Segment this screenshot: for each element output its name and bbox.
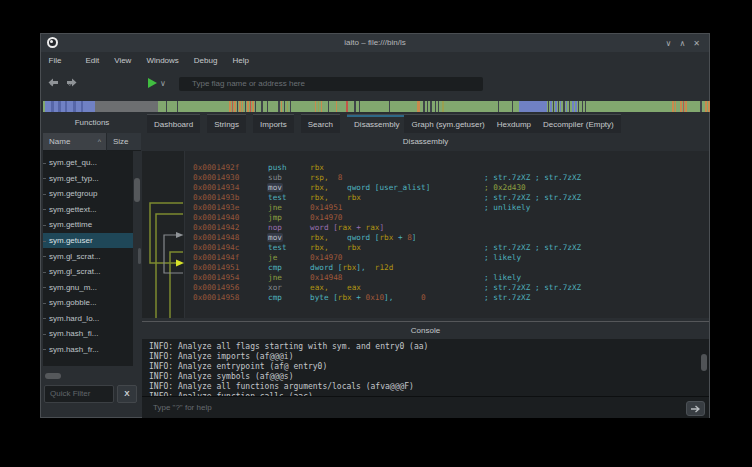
tab-strings[interactable]: Strings <box>207 114 246 133</box>
close-icon[interactable]: ✕ <box>693 39 700 48</box>
memory-map[interactable] <box>43 101 710 112</box>
instruction-comment: ; likely <box>484 273 521 283</box>
tab-hexdump[interactable]: Hexdump <box>490 114 538 133</box>
console-log-line: INFO: Analyze imports (af@@@i) <box>149 352 709 362</box>
console-panel-title: Console <box>142 323 709 339</box>
memory-map-segment <box>553 101 554 112</box>
function-name: sym.gl_scrat... <box>43 267 101 276</box>
menu-help[interactable]: Help <box>225 52 256 69</box>
disassembly-line[interactable]: 0x00014956xoreax, eax; str.7zXZ ; str.7z… <box>185 283 709 293</box>
tab-decompiler-empty[interactable]: Decompiler (Empty) <box>536 114 621 133</box>
panel-splitter[interactable] <box>142 321 709 322</box>
tree-branch-tick <box>43 349 46 350</box>
column-header-size[interactable]: Size <box>106 133 141 151</box>
function-list-item[interactable]: sym.gnu_m... <box>43 279 133 295</box>
tab-disassembly[interactable]: Disassembly <box>347 114 406 133</box>
maximize-icon[interactable]: ∧ <box>679 39 685 48</box>
instruction-mnemonic: nop <box>268 223 282 233</box>
instruction-mnemonic: cmp <box>268 293 282 303</box>
memory-map-segment <box>705 101 707 112</box>
quick-filter-input[interactable]: Quick Filter <box>44 385 114 403</box>
menu-view[interactable]: View <box>107 52 139 69</box>
instruction-mnemonic: cmp <box>268 263 282 273</box>
function-list-item[interactable]: sym.hash_fr... <box>43 342 133 358</box>
memory-map-segment <box>708 101 710 112</box>
function-list-item[interactable]: sym.gl_scrat... <box>43 264 133 280</box>
disassembly-line[interactable]: 0x00014934movrbx, qword [user_alist]; 0x… <box>185 183 709 193</box>
function-list-item[interactable]: sym.gobble... <box>43 295 133 311</box>
function-list-item[interactable]: sym.gettext... <box>43 202 133 218</box>
function-list-item[interactable]: sym.get_qu... <box>43 155 133 171</box>
tab-dashboard[interactable]: Dashboard <box>147 114 200 133</box>
instruction-comment: ; likely <box>484 253 521 263</box>
functions-hscrollbar-thumb[interactable] <box>45 373 61 379</box>
disassembly-line[interactable]: 0x00014954jne0x14948; likely <box>185 273 709 283</box>
function-list-item[interactable]: sym.getuser <box>43 233 133 249</box>
function-list-item[interactable]: sym.get_typ... <box>43 171 133 187</box>
disassembly-line[interactable]: 0x00014958cmpbyte [rbx + 0x10], 0; str.7… <box>185 293 709 303</box>
instruction-address: 0x0001494c <box>193 243 239 253</box>
instruction-operands: rsp, 8 <box>310 173 342 183</box>
flag-search-input[interactable]: Type flag name or address here <box>179 77 483 91</box>
disassembly-line[interactable]: 0x00014940jmp0x14970 <box>185 213 709 223</box>
execute-command-button[interactable] <box>686 401 705 416</box>
memory-map-segment <box>318 101 319 112</box>
minimize-icon[interactable]: ∨ <box>666 39 672 48</box>
disassembly-line[interactable]: 0x00014951cmpdword [rbx], r12d <box>185 263 709 273</box>
disassembly-line[interactable]: 0x0001492fpushrbx <box>185 163 709 173</box>
window-title: iaito – file:///bin/ls <box>41 34 709 52</box>
console-vscrollbar-thumb[interactable] <box>701 354 707 371</box>
functions-list: sym.get_qu...sym.get_typ...sym.getgroups… <box>43 151 133 366</box>
tree-branch-tick <box>43 225 46 226</box>
menu-debug[interactable]: Debug <box>186 52 225 69</box>
memory-map-segment <box>575 101 577 112</box>
tab-graph-sym-getuser[interactable]: Graph (sym.getuser) <box>404 114 491 133</box>
function-list-item[interactable]: sym.gettime <box>43 217 133 233</box>
function-list-item[interactable]: sym.getgroup <box>43 186 133 202</box>
function-name: sym.gobble... <box>43 298 97 307</box>
disassembly-line[interactable]: 0x0001493ejne0x14951; unlikely <box>185 203 709 213</box>
disassembly-line[interactable]: 0x00014930subrsp, 8; str.7zXZ ; str.7zXZ <box>185 173 709 183</box>
menu-file[interactable]: File <box>41 52 69 69</box>
memory-map-segment <box>680 101 682 112</box>
function-name: sym.gettext... <box>43 205 97 214</box>
run-button[interactable] <box>148 78 157 88</box>
memory-map-segment <box>284 101 285 112</box>
function-name: sym.gettime <box>43 220 92 229</box>
back-button[interactable] <box>47 77 60 90</box>
function-list-item[interactable]: sym.hash_fi... <box>43 326 133 342</box>
forward-button[interactable] <box>65 77 78 90</box>
console-command-row: Type "?" for help <box>142 396 709 418</box>
functions-vscrollbar-thumb[interactable] <box>134 178 140 202</box>
memory-map-segment <box>417 101 420 112</box>
memory-map-segment <box>278 101 280 112</box>
instruction-mnemonic: mov <box>268 233 283 243</box>
run-dropdown-icon[interactable]: ∨ <box>160 79 166 88</box>
column-header-name[interactable]: Name ^ <box>43 133 106 151</box>
menu-windows[interactable]: Windows <box>139 52 186 69</box>
function-list-item[interactable]: sym.gl_scrat... <box>43 248 133 264</box>
function-list-item[interactable]: sym.hard_lo... <box>43 310 133 326</box>
instruction-operands: word [rax + rax] <box>310 223 384 233</box>
tab-search[interactable]: Search <box>301 114 340 133</box>
disassembly-line[interactable]: 0x0001493btestrbx, rbx; str.7zXZ ; str.7… <box>185 193 709 203</box>
disassembly-line[interactable]: 0x00014942nopword [rax + rax] <box>185 223 709 233</box>
memory-map-segment <box>267 101 268 112</box>
flag-search-placeholder: Type flag name or address here <box>179 77 483 91</box>
disassembly-line[interactable]: 0x0001494ctestrbx, rbx; str.7zXZ ; str.7… <box>185 243 709 253</box>
function-name: sym.get_typ... <box>43 174 99 183</box>
dock-splitter-grip[interactable] <box>138 248 141 264</box>
disassembly-view[interactable]: 0x0001492fpushrbx0x00014930subrsp, 8; st… <box>185 151 709 318</box>
quick-filter-clear-button[interactable]: X <box>117 385 137 403</box>
memory-map-segment <box>73 101 76 112</box>
disassembly-line[interactable]: 0x00014948movrbx, qword [rbx + 8] <box>185 233 709 243</box>
title-bar[interactable]: iaito – file:///bin/ls ∨ ∧ ✕ <box>41 34 709 52</box>
instruction-mnemonic: test <box>268 243 287 253</box>
memory-map-segment <box>250 101 251 112</box>
memory-map-segment <box>252 101 254 112</box>
menu-edit[interactable]: Edit <box>78 52 107 69</box>
disassembly-line[interactable]: 0x0001494fje0x14970; likely <box>185 253 709 263</box>
tab-imports[interactable]: Imports <box>253 114 294 133</box>
tree-branch-tick <box>43 241 46 242</box>
tree-branch-tick <box>43 303 46 304</box>
